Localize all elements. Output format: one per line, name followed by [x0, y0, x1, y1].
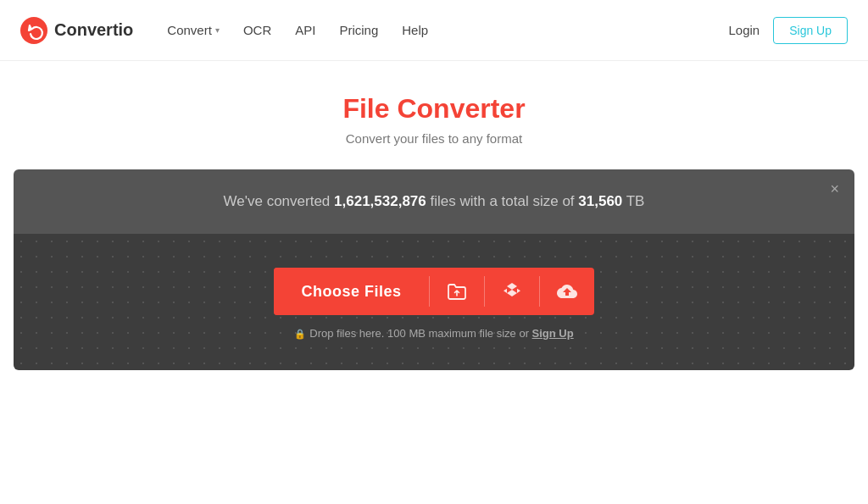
- folder-upload-button[interactable]: [430, 268, 484, 315]
- hero-title: File Converter: [0, 93, 868, 125]
- folder-icon: [447, 283, 467, 300]
- stats-count: 1,621,532,876: [334, 193, 426, 209]
- close-button[interactable]: ×: [830, 181, 839, 197]
- dropbox-button[interactable]: [485, 268, 539, 315]
- login-button[interactable]: Login: [728, 23, 760, 37]
- header: Convertio Convert ▾ OCR API Pricing Help…: [0, 0, 868, 61]
- signup-button[interactable]: Sign Up: [773, 17, 848, 44]
- logo[interactable]: Convertio: [20, 17, 133, 44]
- nav-item-api[interactable]: API: [295, 23, 315, 37]
- nav-item-ocr[interactable]: OCR: [243, 23, 271, 37]
- header-right: Login Sign Up: [728, 17, 848, 44]
- hero-section: File Converter Convert your files to any…: [0, 61, 868, 169]
- drop-signup-link[interactable]: Sign Up: [532, 327, 574, 340]
- stats-text: We've converted 1,621,532,876 files with…: [14, 193, 854, 210]
- choose-files-row: Choose Files: [274, 268, 593, 315]
- lock-icon: 🔒: [294, 329, 306, 339]
- svg-point-0: [20, 17, 47, 44]
- nav-item-help[interactable]: Help: [402, 23, 428, 37]
- main-nav: Convert ▾ OCR API Pricing Help: [167, 23, 728, 37]
- stats-size: 31,560: [578, 193, 622, 209]
- nav-item-convert[interactable]: Convert ▾: [167, 23, 220, 37]
- logo-text: Convertio: [54, 20, 133, 40]
- dropbox-icon: [502, 281, 522, 302]
- choose-files-button[interactable]: Choose Files: [274, 268, 428, 315]
- nav-item-pricing[interactable]: Pricing: [339, 23, 378, 37]
- drop-hint-text: 🔒Drop files here. 100 MB maximum file si…: [294, 327, 573, 340]
- converter-drop-area: Choose Files: [14, 234, 854, 370]
- converter-box: We've converted 1,621,532,876 files with…: [14, 169, 854, 370]
- cloud-upload-icon: [557, 281, 577, 302]
- chevron-down-icon: ▾: [215, 25, 220, 35]
- gdrive-button[interactable]: [540, 268, 594, 315]
- hero-subtitle: Convert your files to any format: [0, 131, 868, 146]
- convertio-logo-icon: [20, 17, 47, 44]
- converter-stats-bar: We've converted 1,621,532,876 files with…: [14, 169, 854, 234]
